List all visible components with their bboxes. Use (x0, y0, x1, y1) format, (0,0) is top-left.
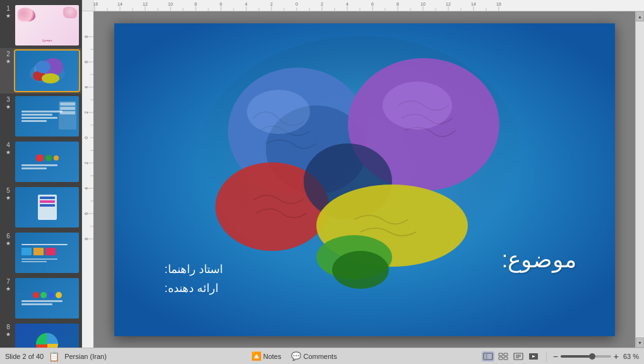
zoom-slider[interactable] (561, 355, 611, 358)
slide-thumb-content-8 (15, 324, 79, 348)
status-right: − + 63 % (482, 351, 639, 361)
slide-number-star-8: 8 ★ (3, 324, 14, 337)
slide-4-lines (21, 164, 73, 169)
slide-thumb-content-2 (15, 51, 79, 91)
normal-view-btn[interactable] (482, 351, 494, 361)
svg-rect-101 (499, 357, 503, 360)
slide-canvas-area: موضوع: استاد راهنما: ارائه دهنده: (93, 11, 635, 348)
svg-point-5 (35, 61, 51, 73)
scroll-down-btn[interactable]: ▼ (636, 337, 644, 348)
left-ruler-svg: 8 6 4 2 0 2 4 6 8 (82, 11, 93, 348)
notes-btn[interactable]: 🔼 Notes (251, 351, 282, 361)
svg-point-94 (332, 251, 389, 289)
top-ruler-svg: -16 14 12 10 8 6 4 2 0 2 4 6 8 10 12 14 (82, 0, 644, 11)
slide-item-7[interactable]: 7 ★ (0, 276, 81, 321)
slide-num-8: 8 (6, 324, 10, 331)
scroll-down-arrow: ▼ (638, 341, 642, 345)
slide-number-star-4: 4 ★ (3, 142, 14, 155)
slide-num-4: 4 (6, 142, 10, 149)
svg-text:8: 8 (397, 2, 399, 6)
slide-star-3: ★ (6, 104, 11, 110)
slide-number-star-3: 3 ★ (3, 96, 14, 110)
slide-num-1: 1 (6, 5, 10, 13)
scroll-track[interactable] (636, 21, 644, 337)
notes-label: Notes (263, 353, 282, 360)
svg-rect-100 (504, 353, 508, 356)
slide-thumb-8 (15, 324, 79, 348)
reading-view-icon (513, 353, 523, 360)
slide-thumb-4 (15, 142, 79, 182)
slide-7-lines (21, 300, 73, 305)
slide-thumb-content-7 (15, 278, 79, 318)
svg-text:6: 6 (220, 2, 222, 6)
slide-number-star-1: 1 ★ (3, 5, 14, 19)
svg-rect-98 (484, 353, 487, 360)
svg-point-4 (42, 73, 59, 83)
slide-sorter-btn[interactable] (497, 351, 510, 361)
language-display: Persian (Iran) (64, 353, 107, 360)
scroll-up-btn[interactable]: ▲ (636, 11, 644, 21)
slide-item-1[interactable]: 1 ★ موضوع (0, 3, 81, 48)
normal-view-icon (483, 353, 493, 360)
slide-thumb-2 (15, 51, 79, 91)
comments-btn[interactable]: 💬 Comments (291, 351, 337, 361)
svg-point-96 (383, 82, 452, 130)
svg-text:2: 2 (270, 2, 273, 6)
slide-thumb-content-6 (15, 233, 79, 273)
slide-1-text: موضوع (15, 37, 79, 43)
slide-6-lines (21, 244, 73, 262)
slide-num-6: 6 (6, 233, 10, 240)
brain-mini-svg (25, 56, 69, 86)
slide-notes-icon[interactable]: 📋 (49, 351, 59, 361)
slide-star-2: ★ (6, 58, 11, 64)
slide-thumb-3 (15, 96, 79, 136)
slide-info: Slide 2 of 40 (5, 353, 44, 360)
status-divider (546, 351, 547, 361)
slide-number-star-6: 6 ★ (3, 233, 14, 246)
zoom-slider-thumb[interactable] (589, 353, 595, 360)
slide-text-left-2: ارائه دهنده: (165, 281, 218, 295)
status-left: Slide 2 of 40 📋 Persian (Iran) (5, 351, 107, 361)
slide-num-3: 3 (6, 96, 10, 104)
slide-item-4[interactable]: 4 ★ (0, 139, 81, 185)
svg-text:4: 4 (245, 2, 247, 6)
slide-star-5: ★ (6, 195, 11, 201)
slide-star-8: ★ (6, 331, 11, 337)
status-bar: Slide 2 of 40 📋 Persian (Iran) 🔼 Notes 💬… (0, 348, 644, 364)
slide-thumb-content-4 (15, 142, 79, 182)
main-slide[interactable]: موضوع: استاد راهنما: ارائه دهنده: (114, 23, 615, 336)
zoom-in-btn[interactable]: + (614, 351, 619, 361)
zoom-slider-fill (561, 355, 592, 358)
slide-star-1: ★ (6, 13, 11, 19)
slideshow-btn[interactable] (527, 351, 540, 361)
svg-text:2: 2 (321, 2, 323, 6)
slide-thumb-7 (15, 278, 79, 318)
svg-rect-57 (82, 0, 93, 11)
slide-item-8[interactable]: 8 ★ (0, 321, 81, 348)
slide-item-3[interactable]: 3 ★ (0, 94, 81, 139)
zoom-out-btn[interactable]: − (553, 351, 558, 361)
svg-text:12: 12 (143, 2, 148, 6)
slide-8-circle (36, 333, 58, 348)
scroll-up-arrow: ▲ (638, 15, 642, 19)
zoom-percent: 63 % (621, 353, 639, 360)
slide-thumb-content-1: موضوع (15, 5, 79, 46)
right-scrollbar: ▲ ▼ (635, 11, 644, 348)
slide-num-7: 7 (6, 278, 10, 286)
slide-item-6[interactable]: 6 ★ (0, 230, 81, 276)
slideshow-icon (528, 353, 539, 360)
svg-rect-99 (499, 353, 503, 356)
slide-num-2: 2 (6, 51, 10, 58)
slide-panel: 1 ★ موضوع 2 ★ (0, 0, 82, 348)
notes-icon: 🔼 (251, 351, 261, 361)
slide-number-star-5: 5 ★ (3, 187, 14, 201)
zoom-area: − + 63 % (553, 351, 639, 361)
status-center: 🔼 Notes 💬 Comments (112, 351, 477, 361)
svg-point-95 (247, 90, 310, 134)
slide-thumb-1: موضوع (15, 5, 79, 46)
slide-item-2[interactable]: 2 ★ (0, 48, 81, 94)
svg-rect-6 (82, 0, 644, 11)
slide-item-5[interactable]: 5 ★ (0, 185, 81, 230)
reading-view-btn[interactable] (512, 351, 525, 361)
view-icons (482, 351, 540, 361)
